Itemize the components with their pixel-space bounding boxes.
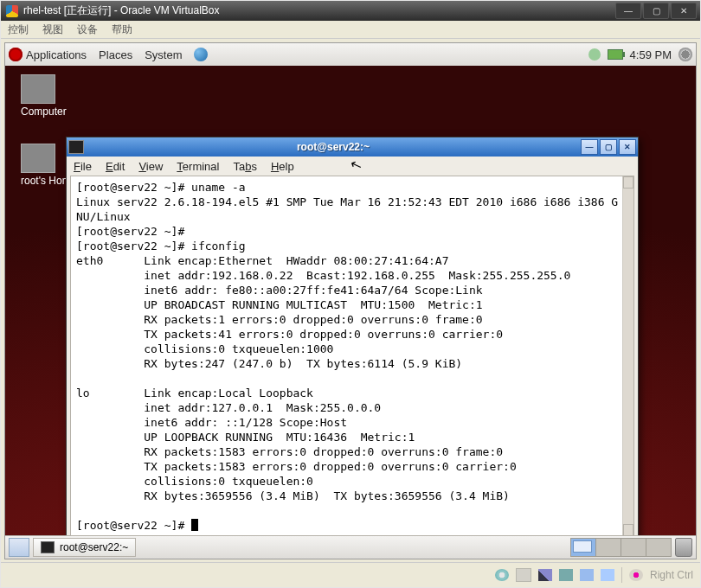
terminal-menu-terminal[interactable]: Terminal — [177, 160, 219, 173]
vb-menu-view[interactable]: 视图 — [42, 22, 63, 37]
terminal-minimize-button[interactable]: — — [581, 139, 598, 155]
vb-shared-folder-icon[interactable] — [559, 569, 573, 581]
vb-title: rhel-test [正在运行] - Oracle VM VirtualBox — [23, 3, 615, 18]
terminal-menu-file[interactable]: File — [74, 160, 92, 173]
virtualbox-icon — [6, 5, 18, 17]
vb-menu-devices[interactable]: 设备 — [77, 22, 98, 37]
vb-host-key-label: Right Ctrl — [650, 569, 693, 581]
gnome-top-panel: Applications Places System 4:59 PM — [5, 43, 696, 67]
trash-icon[interactable] — [675, 538, 692, 557]
terminal-output[interactable]: [root@serv22 ~]# uname -a Linux serv22 2… — [71, 176, 633, 536]
vb-titlebar[interactable]: rhel-test [正在运行] - Oracle VM VirtualBox … — [1, 1, 700, 21]
terminal-close-button[interactable]: ✕ — [619, 139, 636, 155]
vb-statusbar: Right Ctrl — [1, 562, 700, 587]
volume-icon[interactable] — [678, 48, 692, 61]
battery-icon[interactable] — [608, 49, 623, 60]
scroll-track[interactable] — [623, 189, 633, 524]
terminal-menubar: File Edit View Terminal Tabs Help — [67, 157, 638, 176]
terminal-body[interactable]: [root@serv22 ~]# uname -a Linux serv22 2… — [70, 176, 634, 536]
desktop-icon-label: Computer — [21, 105, 67, 118]
computer-icon — [21, 74, 55, 104]
menu-places[interactable]: Places — [99, 48, 132, 61]
vb-minimize-button[interactable]: — — [615, 3, 641, 19]
clock[interactable]: 4:59 PM — [630, 48, 672, 61]
vb-menu-control[interactable]: 控制 — [8, 22, 29, 37]
vb-optical-icon[interactable] — [495, 569, 509, 581]
guest-desktop[interactable]: Computer root's Home root@serv22:~ — ▢ ✕… — [5, 66, 696, 536]
separator — [621, 567, 622, 583]
guest-display: Applications Places System 4:59 PM Compu… — [4, 42, 697, 559]
workspace-3[interactable] — [621, 539, 646, 556]
home-folder-icon — [21, 144, 55, 173]
taskbar-item-terminal[interactable]: root@serv22:~ — [33, 538, 136, 557]
vb-display-icon[interactable] — [601, 569, 614, 581]
vb-menubar: 控制 视图 设备 帮助 — [1, 21, 700, 39]
terminal-icon — [41, 541, 55, 553]
desktop-icon-computer[interactable]: Computer — [21, 74, 67, 118]
terminal-window[interactable]: root@serv22:~ — ▢ ✕ File Edit View Termi… — [66, 137, 639, 536]
menu-system[interactable]: System — [145, 48, 182, 61]
vb-close-button[interactable]: ✕ — [671, 3, 697, 19]
terminal-cursor — [191, 519, 198, 531]
gnome-bottom-panel: root@serv22:~ — [5, 535, 696, 559]
terminal-menu-tabs[interactable]: Tabs — [233, 160, 256, 173]
virtualbox-window: rhel-test [正在运行] - Oracle VM VirtualBox … — [0, 0, 701, 588]
taskbar-item-label: root@serv22:~ — [60, 541, 128, 553]
workspace-2[interactable] — [596, 539, 621, 556]
vb-network-icon[interactable] — [580, 569, 594, 581]
terminal-menu-view[interactable]: View — [138, 160, 163, 173]
vb-usb-icon[interactable] — [538, 569, 552, 581]
menu-applications[interactable]: Applications — [26, 48, 87, 61]
workspace-1[interactable] — [571, 539, 596, 556]
terminal-titlebar[interactable]: root@serv22:~ — ▢ ✕ — [67, 137, 638, 157]
scroll-up-icon[interactable] — [623, 176, 633, 189]
terminal-icon — [68, 140, 84, 154]
terminal-title: root@serv22:~ — [87, 141, 579, 153]
terminal-scrollbar[interactable] — [622, 176, 633, 536]
vb-maximize-button[interactable]: ▢ — [643, 3, 669, 19]
show-desktop-button[interactable] — [9, 538, 29, 557]
vb-mouse-integration-icon[interactable] — [629, 569, 643, 581]
redhat-icon — [9, 48, 23, 61]
update-icon[interactable] — [588, 48, 601, 61]
terminal-menu-edit[interactable]: Edit — [106, 160, 125, 173]
vb-menu-help[interactable]: 帮助 — [112, 22, 132, 37]
vb-hdd-icon[interactable] — [516, 568, 531, 582]
browser-launcher-icon[interactable] — [194, 48, 208, 61]
terminal-maximize-button[interactable]: ▢ — [600, 139, 617, 155]
scroll-down-icon[interactable] — [623, 524, 633, 536]
workspace-4[interactable] — [646, 539, 671, 556]
workspace-pager[interactable] — [570, 538, 672, 557]
terminal-menu-help[interactable]: Help — [271, 160, 294, 173]
